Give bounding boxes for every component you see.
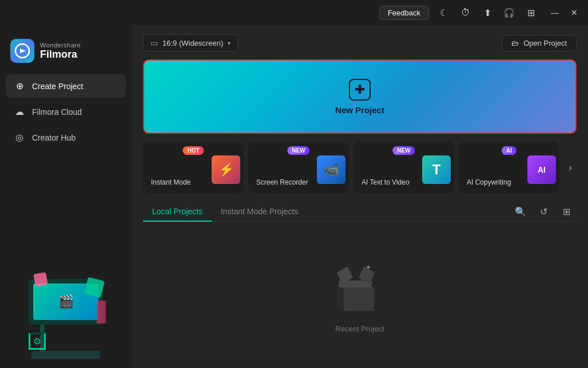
- feature-card-screen-recorder[interactable]: NEW 📹 Screen Recorder: [248, 142, 349, 193]
- tabs-left: Local Projects Instant Mode Projects: [143, 202, 307, 221]
- open-project-icon: 🗁: [511, 39, 519, 47]
- nav-item-filmora-cloud[interactable]: ☁ Filmora Cloud: [6, 100, 126, 123]
- title-bar: Feedback ☾ ⏱ ⬆ 🎧 ⊞ — ✕: [0, 0, 588, 25]
- search-icon[interactable]: 🔍: [512, 204, 529, 220]
- logo-text: Wondershare Filmora: [40, 42, 81, 61]
- close-button[interactable]: ✕: [565, 5, 583, 21]
- more-cards-button[interactable]: ›: [564, 142, 577, 193]
- feature-card-label: AI Copywriting: [467, 178, 554, 186]
- feature-cards: HOT ⚡ Instant Mode NEW 📹 Screen Recorder…: [143, 142, 577, 193]
- create-project-icon: ⊕: [14, 81, 25, 91]
- content-area: ▭ 16:9 (Widescreen) ▾ 🗁 Open Project ✚ N…: [132, 25, 588, 368]
- title-bar-icons: ☾ ⏱ ⬆ 🎧 ⊞: [436, 5, 539, 21]
- sidebar-illustration: 🎬 ⚙: [6, 256, 126, 359]
- nav-item-label: Creator Hub: [32, 133, 76, 142]
- empty-state-illustration: ✦: [331, 259, 388, 317]
- new-badge: NEW: [392, 146, 415, 155]
- empty-state-label: Recent Project: [335, 325, 384, 333]
- cloud-upload-icon[interactable]: ⬆: [479, 5, 495, 21]
- feature-card-ai-copywriting[interactable]: AI AI AI Copywriting: [459, 142, 559, 193]
- logo-title: Filmora: [40, 49, 81, 61]
- aspect-ratio-selector[interactable]: ▭ 16:9 (Widescreen) ▾: [143, 34, 238, 51]
- app-logo-icon: [10, 39, 34, 63]
- aspect-ratio-label: 16:9 (Widescreen): [162, 39, 223, 47]
- aspect-ratio-icon: ▭: [150, 38, 158, 47]
- feedback-button[interactable]: Feedback: [379, 6, 429, 20]
- main-layout: Wondershare Filmora ⊕ Create Project ☁ F…: [0, 25, 588, 368]
- filmora-cloud-icon: ☁: [14, 106, 25, 117]
- nav-item-label: Filmora Cloud: [32, 107, 82, 117]
- nav-item-create-project[interactable]: ⊕ Create Project: [6, 74, 126, 98]
- new-project-banner[interactable]: ✚ New Project: [143, 59, 577, 134]
- refresh-icon[interactable]: ↺: [535, 204, 551, 220]
- headset-icon[interactable]: 🎧: [501, 5, 517, 21]
- tab-instant-mode-projects[interactable]: Instant Mode Projects: [212, 202, 307, 222]
- new-project-plus-icon: ✚: [349, 79, 371, 101]
- open-project-label: Open Project: [523, 39, 567, 47]
- tab-local-projects[interactable]: Local Projects: [143, 202, 212, 222]
- feature-card-ai-text-to-video[interactable]: NEW T AI Text to Video: [353, 142, 454, 193]
- nav-item-label: Create Project: [32, 82, 83, 91]
- illustration: 🎬 ⚙: [20, 262, 112, 353]
- toolbar: ▭ 16:9 (Widescreen) ▾ 🗁 Open Project: [143, 34, 577, 51]
- minimize-button[interactable]: —: [546, 5, 564, 21]
- window-controls: — ✕: [546, 5, 583, 21]
- tabs-actions: 🔍 ↺ ⊞: [512, 204, 577, 220]
- projects-area: ✦ Recent Project: [143, 222, 577, 359]
- new-project-label: New Project: [335, 105, 384, 115]
- ai-badge: AI: [502, 146, 517, 155]
- hot-badge: HOT: [182, 146, 204, 155]
- creator-hub-icon: ◎: [14, 132, 25, 143]
- feature-card-label: Screen Recorder: [256, 178, 343, 186]
- feature-card-instant-mode[interactable]: HOT ⚡ Instant Mode: [143, 142, 244, 193]
- logo-subtitle: Wondershare: [40, 42, 81, 49]
- sidebar: Wondershare Filmora ⊕ Create Project ☁ F…: [0, 25, 132, 368]
- view-toggle-icon[interactable]: ⊞: [558, 204, 574, 220]
- theme-toggle-icon[interactable]: ☾: [436, 5, 452, 21]
- nav-item-creator-hub[interactable]: ◎ Creator Hub: [6, 126, 126, 149]
- feature-card-label: Instant Mode: [151, 178, 238, 186]
- open-project-button[interactable]: 🗁 Open Project: [502, 35, 577, 51]
- tabs-row: Local Projects Instant Mode Projects 🔍 ↺…: [143, 202, 577, 222]
- grid-icon[interactable]: ⊞: [523, 5, 539, 21]
- chevron-down-icon: ▾: [228, 40, 231, 46]
- logo-area: Wondershare Filmora: [6, 34, 126, 74]
- new-badge: NEW: [287, 146, 309, 155]
- feature-card-label: AI Text to Video: [361, 178, 448, 186]
- timer-icon[interactable]: ⏱: [458, 5, 474, 21]
